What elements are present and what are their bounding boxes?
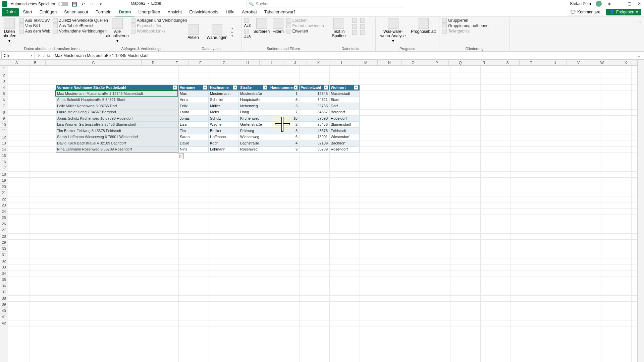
tab-start[interactable]: Start xyxy=(19,8,35,16)
row-header[interactable]: 35 xyxy=(0,277,8,283)
autosave-toggle[interactable]: Automatisches Speichern xyxy=(11,2,68,6)
close-icon[interactable]: ✕ xyxy=(637,1,642,6)
col-header[interactable]: F xyxy=(189,60,212,65)
row-header[interactable]: 12 xyxy=(0,134,8,140)
forecast-button[interactable]: Prognoseblatt xyxy=(410,18,436,34)
search-input[interactable]: 🔍 Suchen xyxy=(247,1,404,7)
ribbon-item[interactable]: Von Bild xyxy=(19,23,50,28)
row-header[interactable]: 7 xyxy=(0,103,8,109)
tab-hilfe[interactable]: Hilfe xyxy=(222,8,238,16)
row-header[interactable]: 26 xyxy=(0,221,8,227)
qat-dropdown-icon[interactable]: ▾ xyxy=(98,1,103,7)
filter-dropdown-icon[interactable]: ▾ xyxy=(263,85,267,89)
sort-button[interactable]: Sortieren xyxy=(254,18,270,34)
col-header[interactable]: C xyxy=(45,60,141,65)
ribbon-item[interactable]: Vorhandene Verbindungen xyxy=(53,29,108,34)
col-header[interactable]: P xyxy=(425,60,448,65)
paste-options-icon[interactable]: 📋 xyxy=(178,153,184,159)
vertical-scrollbar[interactable] xyxy=(637,60,644,362)
row-header[interactable]: 34 xyxy=(0,270,8,277)
tab-tabellenentwurf[interactable]: Tabellenentwurf xyxy=(261,8,298,16)
sort-az-icon[interactable]: A↓Z xyxy=(244,18,251,27)
sort-za-icon[interactable]: Z↓A xyxy=(244,29,251,38)
col-header[interactable]: M xyxy=(354,60,377,65)
flash-fill-icon[interactable] xyxy=(352,18,357,23)
row-header[interactable]: 27 xyxy=(0,227,8,233)
tab-seitenlayout[interactable]: Seitenlayout xyxy=(61,8,92,16)
tab-überprüfen[interactable]: Überprüfen xyxy=(135,8,164,16)
comments-button[interactable]: 💬 Kommentare xyxy=(567,9,604,15)
filter-button[interactable]: Filtern xyxy=(272,18,283,34)
redo-icon[interactable]: ↷ xyxy=(89,1,95,7)
row-header[interactable]: 6 xyxy=(0,97,8,103)
filter-dropdown-icon[interactable]: ▾ xyxy=(173,85,177,89)
row-header[interactable]: 25 xyxy=(0,215,8,221)
row-header[interactable]: 3 xyxy=(0,78,8,84)
row-header[interactable]: 20 xyxy=(0,184,8,190)
text-to-columns-button[interactable]: Text in Spalten xyxy=(328,18,350,38)
row-header[interactable]: 13 xyxy=(0,140,8,146)
row-header[interactable]: 15 xyxy=(0,153,8,159)
avatar[interactable] xyxy=(596,1,602,7)
row-header[interactable]: 14 xyxy=(0,146,8,153)
select-all-corner[interactable] xyxy=(0,60,8,66)
row-header[interactable]: 17 xyxy=(0,165,8,171)
filter-dropdown-icon[interactable]: ▾ xyxy=(233,85,237,89)
column-headers[interactable]: ABCDEFGHIJKLMNOPQRSTUVWX xyxy=(8,60,637,66)
row-header[interactable]: 8 xyxy=(0,109,8,116)
col-header[interactable]: V xyxy=(567,60,590,65)
row-header[interactable]: 21 xyxy=(0,190,8,196)
expand-fbar-icon[interactable]: ⌄ xyxy=(634,53,644,58)
row-header[interactable]: 29 xyxy=(0,239,8,246)
row-header[interactable]: 24 xyxy=(0,208,8,215)
row-header[interactable]: 28 xyxy=(0,233,8,240)
table-combined[interactable]: Vorname Nachname Straße Postleitzahl▾Max… xyxy=(56,84,178,153)
filter-dropdown-icon[interactable]: ▾ xyxy=(354,85,358,89)
save-icon[interactable]: 💾 xyxy=(72,1,77,7)
col-header[interactable]: Q xyxy=(448,60,472,65)
data-validation-icon[interactable] xyxy=(352,24,357,29)
row-header[interactable]: 18 xyxy=(0,171,8,178)
ribbon-item[interactable]: Gruppieren xyxy=(442,18,488,23)
tab-daten[interactable]: Daten xyxy=(115,8,134,16)
col-header[interactable]: E xyxy=(165,60,188,65)
row-header[interactable]: 41 xyxy=(0,314,8,320)
col-header[interactable]: W xyxy=(590,60,613,65)
remove-dup-icon[interactable] xyxy=(360,18,365,23)
ribbon-item[interactable]: Gruppierung aufheben xyxy=(442,23,488,28)
row-header[interactable]: 37 xyxy=(0,289,8,295)
row-header[interactable]: 5 xyxy=(0,90,8,97)
ribbon-item[interactable]: Aus Tabelle/Bereich xyxy=(53,23,108,28)
row-header[interactable]: 1 xyxy=(0,66,8,72)
tab-entwicklertools[interactable]: Entwicklertools xyxy=(186,8,222,16)
row-header[interactable]: 36 xyxy=(0,283,8,289)
share-button[interactable]: 👤 Freigeben ▾ xyxy=(606,9,641,15)
row-headers[interactable]: 1234567891011121314151617181920212223242… xyxy=(0,66,8,362)
row-header[interactable]: 39 xyxy=(0,301,8,308)
row-header[interactable]: 9 xyxy=(0,115,8,122)
row-header[interactable]: 31 xyxy=(0,252,8,258)
col-header[interactable]: J xyxy=(283,60,307,65)
whatif-button[interactable]: Was-wäre-wenn-Analyse ▾ xyxy=(378,18,408,44)
maximize-icon[interactable]: ▢ xyxy=(627,1,632,6)
tab-acrobat[interactable]: Acrobat xyxy=(238,8,260,16)
col-header[interactable]: U xyxy=(543,60,566,65)
col-header[interactable]: K xyxy=(307,60,330,65)
get-data-button[interactable]: Daten abrufen ▾ xyxy=(3,18,16,44)
row-header[interactable]: 32 xyxy=(0,258,8,264)
col-header[interactable]: I xyxy=(259,60,283,65)
stocks-button[interactable]: Aktien xyxy=(184,24,203,40)
fx-icon[interactable]: fx xyxy=(47,53,50,58)
col-header[interactable]: N xyxy=(377,60,401,65)
ribbon-item[interactable]: Aus Text/CSV xyxy=(19,18,50,23)
ribbon-mode-icon[interactable]: ◈ xyxy=(606,1,612,6)
worksheet-grid[interactable]: ABCDEFGHIJKLMNOPQRSTUVWX 123456789101112… xyxy=(0,60,644,362)
consolidate-icon[interactable] xyxy=(360,24,365,29)
row-header[interactable]: 40 xyxy=(0,308,8,314)
col-header[interactable]: B xyxy=(25,60,45,65)
relations-icon[interactable] xyxy=(352,30,357,35)
row-header[interactable]: 10 xyxy=(0,122,8,128)
row-header[interactable]: 42 xyxy=(0,320,8,326)
row-header[interactable]: 11 xyxy=(0,128,8,134)
row-header[interactable]: 2 xyxy=(0,72,8,78)
